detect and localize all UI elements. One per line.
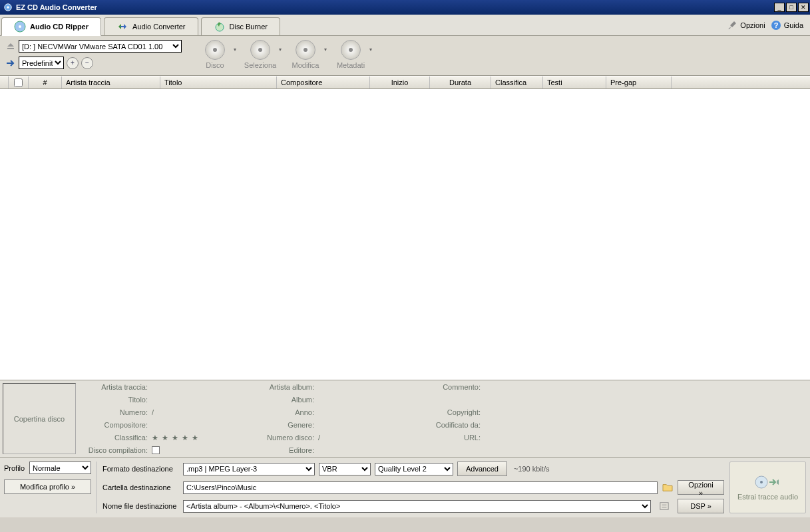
val-number: /	[152, 408, 245, 421]
maximize-button[interactable]: □	[786, 3, 797, 12]
wrench-icon	[727, 20, 737, 31]
disc-icon	[205, 40, 225, 60]
tab-audio-converter[interactable]: Audio Converter	[104, 17, 198, 35]
quality-select[interactable]: Quality Level 2	[375, 463, 453, 475]
profile-label: Profilo	[4, 464, 27, 472]
val-disc-num: /	[318, 434, 411, 446]
tab-label: Disc Burner	[230, 23, 268, 31]
minimize-button[interactable]: _	[774, 3, 785, 12]
col-composer[interactable]: Compositore	[277, 76, 370, 88]
col-lyrics[interactable]: Testi	[543, 76, 606, 88]
folder-icon[interactable]	[662, 482, 674, 493]
burn-icon	[214, 21, 226, 33]
disco-label: Disco	[206, 61, 224, 69]
folder-options-button[interactable]: Opzioni »	[678, 480, 724, 495]
col-artist[interactable]: Artista traccia	[62, 76, 160, 88]
cover-art-box[interactable]: Copertina disco	[3, 383, 76, 454]
help-label: Guida	[784, 21, 803, 29]
filename-label: Nome file destinazione	[102, 502, 179, 510]
lbl-album: Album:	[245, 396, 318, 408]
lbl-title: Titolo:	[79, 396, 152, 408]
col-title[interactable]: Titolo	[160, 76, 277, 88]
svg-text:?: ?	[773, 21, 778, 29]
metadata-panel: Copertina disco Artista traccia: Artista…	[0, 380, 810, 458]
edit-template-icon[interactable]	[655, 501, 674, 511]
main-tabs: Audio CD Ripper Audio Converter Disc Bur…	[0, 15, 810, 36]
add-preset-button[interactable]: +	[67, 57, 79, 69]
dsp-button[interactable]: DSP »	[678, 499, 724, 513]
val-genre	[318, 421, 411, 434]
bottom-controls: Profilo Normale Modifica profilo » Forma…	[0, 458, 810, 517]
val-comment	[485, 383, 578, 396]
val-editor	[318, 446, 411, 459]
options-label: Opzioni	[740, 21, 765, 29]
extract-audio-button[interactable]: Estrai tracce audio	[729, 462, 806, 513]
col-start[interactable]: Inizio	[370, 76, 430, 88]
remove-preset-button[interactable]: −	[81, 57, 93, 69]
val-artist-track	[152, 383, 245, 396]
select-all-checkbox[interactable]	[14, 78, 23, 87]
lbl-composer: Compositore:	[79, 421, 152, 434]
filename-select[interactable]: <Artista album> - <Album>\<Numero>. <Tit…	[183, 500, 651, 513]
codec-select[interactable]: .mp3 | MPEG Layer-3	[183, 463, 315, 475]
eject-icon[interactable]	[5, 43, 16, 51]
help-link[interactable]: ? Guida	[771, 20, 803, 31]
star-rating[interactable]: ★ ★ ★ ★ ★	[152, 434, 245, 446]
modifica-label: Modifica	[292, 61, 319, 69]
drive-select[interactable]: [D: ] NECVMWar VMware SATA CD01 1.00	[19, 40, 182, 53]
track-list[interactable]	[0, 89, 810, 380]
tab-disc-burner[interactable]: Disc Burner	[201, 17, 280, 35]
profile-select[interactable]: Normale	[29, 462, 91, 474]
col-rank[interactable]: Classifica	[491, 76, 543, 88]
disco-action[interactable]: ▾ Disco	[196, 40, 234, 69]
mode-select[interactable]: VBR	[319, 463, 371, 475]
val-title	[152, 396, 245, 408]
col-duration[interactable]: Durata	[430, 76, 491, 88]
lbl-comment: Commento:	[411, 383, 485, 396]
tab-label: Audio Converter	[132, 23, 186, 31]
chevron-down-icon: ▾	[234, 47, 236, 53]
val-year	[318, 408, 411, 421]
format-label: Formato destinazione	[102, 465, 179, 473]
svg-rect-8	[660, 503, 668, 510]
app-icon	[3, 2, 13, 13]
modifica-action[interactable]: ▾ Modifica	[287, 40, 324, 69]
disc-icon	[296, 40, 315, 60]
val-artist-album	[318, 383, 411, 396]
advanced-button[interactable]: Advanced	[457, 462, 507, 476]
close-button[interactable]: ✕	[798, 3, 809, 12]
lbl-rank: Classifica:	[79, 434, 152, 446]
lbl-artist-track: Artista traccia:	[79, 383, 152, 396]
lbl-copyright: Copyright:	[411, 408, 485, 421]
preset-select[interactable]: Predefinita	[19, 57, 64, 69]
ripper-toolbar: [D: ] NECVMWar VMware SATA CD01 1.00 Pre…	[0, 36, 810, 76]
svg-point-3	[19, 25, 21, 28]
compilation-checkbox[interactable]	[152, 446, 160, 454]
options-link[interactable]: Opzioni	[727, 20, 765, 31]
arrow-right-icon	[5, 59, 16, 67]
extract-icon	[755, 474, 781, 490]
metadati-action[interactable]: ▾ Metadati	[332, 40, 369, 69]
metadati-label: Metadati	[337, 61, 365, 69]
select-all-checkbox-col[interactable]	[9, 76, 29, 88]
chevron-down-icon: ▾	[279, 47, 282, 53]
val-encoded	[485, 421, 578, 434]
svg-rect-7	[7, 48, 14, 49]
lbl-url: URL:	[411, 434, 485, 446]
folder-input[interactable]	[183, 481, 658, 494]
window-title: EZ CD Audio Converter	[16, 3, 774, 11]
lbl-year: Anno:	[245, 408, 318, 421]
modify-profile-button[interactable]: Modifica profilo »	[4, 479, 91, 494]
lbl-encoded: Codificato da:	[411, 421, 485, 434]
svg-point-1	[7, 6, 9, 9]
seleziona-action[interactable]: ▾ Seleziona	[242, 40, 279, 69]
lbl-editor: Editore:	[245, 446, 318, 459]
bitrate-label: ~190 kbit/s	[514, 465, 550, 473]
col-pregap[interactable]: Pre-gap	[606, 76, 672, 88]
lbl-compilation: Disco compilation:	[79, 446, 152, 459]
tab-audio-cd-ripper[interactable]: Audio CD Ripper	[1, 17, 101, 36]
col-number[interactable]: #	[29, 76, 62, 88]
track-column-headers: # Artista traccia Titolo Compositore Ini…	[0, 76, 810, 89]
seleziona-label: Seleziona	[244, 61, 276, 69]
title-bar: EZ CD Audio Converter _ □ ✕	[0, 0, 810, 15]
